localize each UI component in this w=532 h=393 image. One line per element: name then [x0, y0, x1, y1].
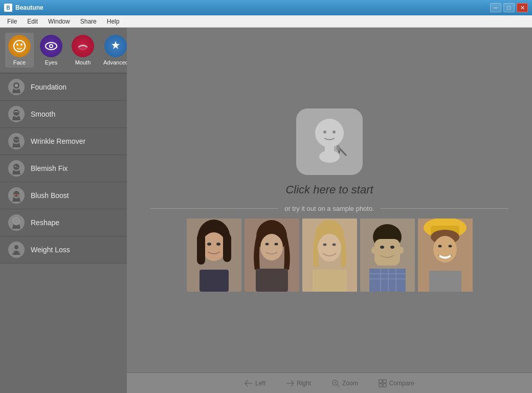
svg-point-21	[315, 119, 344, 147]
blush-icon	[8, 187, 25, 204]
sample-photo-2[interactable]	[245, 219, 299, 292]
foundation-icon	[8, 79, 25, 95]
svg-rect-77	[383, 384, 386, 387]
bottom-toolbar: Left Right Zoom	[127, 373, 532, 393]
svg-point-35	[216, 243, 220, 246]
main-content: Click here to start or try it out on a s…	[127, 28, 532, 373]
toolbar-right-btn[interactable]: Right	[286, 380, 311, 387]
menu-share[interactable]: Share	[75, 17, 102, 26]
tab-mouth-label: Mouth	[75, 59, 91, 66]
foundation-label: Foundation	[31, 83, 66, 91]
sample-photo-4[interactable]	[360, 219, 415, 292]
svg-rect-36	[199, 270, 229, 292]
sample-text: or try it out on a sample photo.	[284, 205, 374, 212]
svg-point-25	[332, 130, 336, 134]
smooth-label: Smooth	[31, 110, 55, 118]
svg-line-71	[337, 385, 339, 387]
wrinkle-icon	[8, 133, 25, 149]
svg-rect-27	[337, 145, 340, 150]
sidebar-item-blemish[interactable]: Blemish Fix	[0, 155, 127, 182]
left-icon	[245, 380, 253, 387]
weight-label: Weight Loss	[31, 246, 70, 254]
compare-label: Compare	[389, 380, 414, 387]
tab-face[interactable]: Face	[5, 33, 34, 68]
svg-rect-32	[197, 234, 205, 265]
svg-point-47	[332, 244, 336, 246]
toolbar-compare-btn[interactable]: Compare	[379, 379, 414, 387]
svg-rect-33	[223, 234, 231, 262]
tool-icons-bar: Face Eyes	[0, 28, 127, 73]
svg-point-23	[319, 150, 340, 163]
blush-label: Blush Boost	[31, 191, 69, 200]
svg-rect-76	[379, 384, 382, 387]
close-button[interactable]: ✕	[517, 3, 528, 12]
maximize-button[interactable]: □	[503, 3, 515, 12]
svg-point-11	[13, 137, 19, 143]
start-button[interactable]	[296, 108, 363, 175]
tab-eyes-label: Eyes	[45, 59, 57, 66]
svg-point-19	[15, 220, 17, 222]
svg-point-9	[15, 84, 18, 87]
app-icon: B	[4, 4, 12, 12]
sidebar-item-foundation[interactable]: Foundation	[0, 73, 127, 101]
title-bar: B Beautune ─ □ ✕	[0, 0, 532, 15]
svg-point-16	[14, 194, 16, 195]
sample-photo-1[interactable]	[187, 219, 241, 292]
svg-point-24	[323, 130, 326, 134]
svg-rect-74	[379, 380, 382, 383]
tab-face-label: Face	[13, 59, 26, 66]
sidebar-item-weight[interactable]: Weight Loss	[0, 236, 127, 264]
tab-eyes[interactable]: Eyes	[37, 33, 65, 68]
zoom-label: Zoom	[342, 380, 358, 387]
toolbar-left-btn[interactable]: Left	[245, 380, 265, 387]
sidebar-item-wrinkle[interactable]: Wrinkle Remover	[0, 128, 127, 155]
menu-window[interactable]: Window	[43, 17, 75, 26]
window-title: Beautune	[15, 4, 43, 11]
app-body: Face Eyes	[0, 28, 532, 393]
sample-photo-5[interactable]	[418, 219, 473, 292]
svg-point-13	[15, 166, 16, 167]
right-icon	[286, 380, 294, 387]
svg-point-53	[398, 247, 404, 254]
sidebar-item-reshape[interactable]: Reshape	[0, 209, 127, 236]
blemish-icon	[8, 160, 25, 177]
sample-photos	[187, 219, 473, 292]
menu-help[interactable]: Help	[102, 17, 125, 26]
reshape-icon	[8, 214, 25, 231]
smooth-icon	[8, 106, 25, 122]
svg-point-1	[16, 43, 18, 46]
svg-rect-69	[429, 271, 461, 292]
svg-point-45	[318, 234, 341, 261]
svg-point-39	[260, 234, 283, 260]
svg-point-0	[14, 40, 25, 52]
sidebar-item-smooth[interactable]: Smooth	[0, 101, 127, 128]
svg-point-41	[274, 243, 278, 246]
sample-photo-3[interactable]	[302, 219, 357, 292]
advanced-icon	[104, 35, 127, 57]
sidebar: Face Eyes	[0, 28, 127, 393]
svg-rect-51	[374, 239, 400, 266]
sidebar-menu: Foundation Smooth	[0, 73, 127, 393]
svg-rect-56	[369, 269, 406, 292]
svg-point-55	[390, 246, 394, 249]
start-text[interactable]: Click here to start	[285, 183, 373, 196]
sample-separator: or try it out on a sample photo.	[150, 205, 508, 212]
svg-point-34	[207, 243, 211, 246]
left-label: Left	[255, 380, 265, 387]
tab-mouth[interactable]: Mouth	[69, 33, 97, 68]
face-icon	[8, 35, 31, 57]
sample-section: or try it out on a sample photo.	[150, 205, 508, 292]
menu-edit[interactable]: Edit	[22, 17, 43, 26]
right-label: Right	[297, 380, 311, 387]
menu-file[interactable]: File	[2, 17, 22, 26]
toolbar-zoom-btn[interactable]: Zoom	[331, 379, 358, 387]
tab-advanced[interactable]: Advanced	[100, 33, 127, 68]
reshape-label: Reshape	[31, 219, 59, 227]
svg-point-10	[13, 110, 19, 116]
sidebar-item-blush[interactable]: Blush Boost	[0, 182, 127, 209]
svg-point-40	[265, 243, 269, 246]
svg-point-17	[17, 194, 19, 195]
compare-icon	[379, 379, 387, 387]
tab-advanced-label: Advanced	[103, 59, 127, 66]
minimize-button[interactable]: ─	[490, 3, 501, 12]
